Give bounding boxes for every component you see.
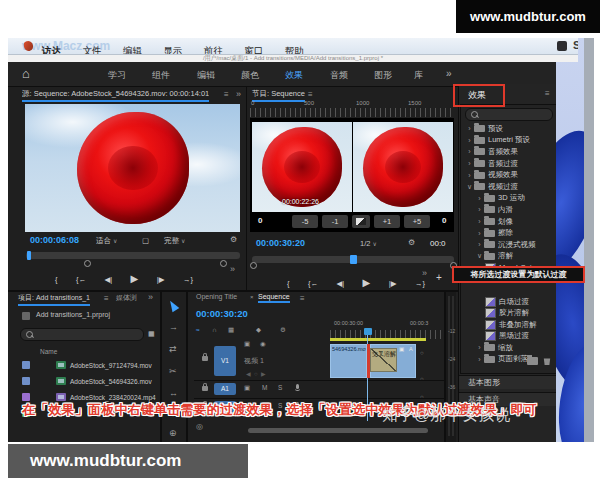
- label-chip[interactable]: [22, 377, 30, 385]
- razor-tool-icon[interactable]: ✂: [169, 366, 177, 376]
- step-forward-button[interactable]: |▶: [389, 279, 397, 288]
- program-scrubber[interactable]: [252, 256, 454, 263]
- twirl-icon[interactable]: ∨: [475, 252, 484, 260]
- workspace-overflow-icon[interactable]: »: [446, 68, 452, 79]
- program-transport-overflow-icon[interactable]: »: [422, 268, 427, 278]
- out-point-handle[interactable]: [220, 260, 227, 267]
- menu-file[interactable]: 文件: [82, 45, 101, 55]
- program-playhead[interactable]: [350, 255, 357, 264]
- effects-tree-item-wipe[interactable]: ›擦除: [461, 227, 556, 239]
- effects-menu-icon[interactable]: ≡: [545, 89, 550, 98]
- apply-transition-button[interactable]: [352, 215, 370, 228]
- lock-icon[interactable]: [202, 386, 208, 391]
- menu-window[interactable]: 窗口: [244, 45, 263, 55]
- workspace-tab-learning[interactable]: 学习: [108, 69, 126, 82]
- menubar-status-icon[interactable]: [557, 41, 567, 51]
- effects-search-input[interactable]: [465, 108, 553, 121]
- column-header-name[interactable]: Name: [40, 348, 57, 355]
- proxy-toggle-icon[interactable]: ▢: [142, 236, 149, 245]
- linked-selection-icon[interactable]: ▦: [228, 326, 234, 334]
- trim-back-5-button[interactable]: -5: [292, 215, 318, 228]
- timeline-clip-outgoing[interactable]: 54694326.mov: [330, 344, 367, 378]
- a1-track-badge[interactable]: A1: [214, 383, 236, 395]
- close-icon[interactable]: ×: [250, 294, 254, 300]
- workspace-tab-assembly[interactable]: 组件: [152, 69, 170, 82]
- source-overflow-icon[interactable]: »: [236, 89, 241, 99]
- timeline-playhead-head[interactable]: [364, 328, 372, 335]
- twirl-icon[interactable]: ›: [465, 137, 474, 144]
- new-bin-icon[interactable]: [527, 357, 538, 365]
- effects-tree-item-dissolve[interactable]: ∨溶解: [461, 251, 556, 263]
- twirl-icon[interactable]: ∨: [465, 183, 474, 191]
- effects-tree-item-audio-transitions[interactable]: ›音频过渡: [461, 158, 556, 170]
- twirl-icon[interactable]: ›: [465, 160, 474, 167]
- source-monitor-tab[interactable]: 源: Sequence: AdobeStock_54694326.mov: 00…: [22, 89, 209, 102]
- zoom-out-icon[interactable]: ◎: [196, 422, 203, 431]
- go-to-out-button[interactable]: →}: [415, 279, 425, 288]
- effects-tree-item-presets[interactable]: ›预设: [461, 123, 556, 135]
- twirl-icon[interactable]: ›: [475, 206, 484, 213]
- magnet-icon[interactable]: ∩: [212, 326, 217, 333]
- slip-tool-icon[interactable]: ↔: [169, 388, 178, 398]
- effects-tree-item-film-dissolve[interactable]: 胶片溶解: [461, 307, 556, 319]
- workspace-tab-audio[interactable]: 音频: [330, 69, 348, 82]
- keyframe-nav-icons[interactable]: ◀ ○ ▶: [246, 370, 266, 377]
- workspace-tab-graphics[interactable]: 图形: [374, 69, 392, 82]
- mark-in-button[interactable]: {: [55, 275, 58, 284]
- timeline-tab-menu-icon[interactable]: ≡: [300, 294, 305, 303]
- panel-divider[interactable]: [160, 292, 162, 442]
- in-point-handle[interactable]: [84, 260, 91, 267]
- step-back-button[interactable]: ◀|: [336, 279, 344, 288]
- source-resolution-dropdown[interactable]: 完整 ∨: [164, 236, 186, 246]
- selection-tool[interactable]: [167, 299, 180, 313]
- effects-tree-item-dip-to-white[interactable]: 白场过渡: [461, 296, 556, 308]
- source-transport-overflow-icon[interactable]: »: [230, 264, 235, 274]
- source-fit-dropdown[interactable]: 适合 ∨: [96, 236, 118, 246]
- effects-tree-item-dip-to-black[interactable]: 黑场过渡: [461, 331, 556, 343]
- effects-tree-item-lumetri[interactable]: ›Lumetri 预设: [461, 135, 556, 147]
- project-panel-tab[interactable]: 项目: Add transitions_1: [18, 293, 90, 306]
- track-output-dot[interactable]: ○: [420, 394, 424, 400]
- hand-tool-icon[interactable]: ⊕: [169, 428, 177, 438]
- media-browser-tab[interactable]: 媒体浏: [116, 293, 137, 303]
- camera-icon[interactable]: ▣: [244, 384, 250, 392]
- twirl-icon[interactable]: ›: [465, 125, 474, 132]
- track-output-dot[interactable]: ○: [420, 376, 424, 382]
- twirl-icon[interactable]: ›: [465, 172, 474, 179]
- twirl-icon[interactable]: ›: [475, 344, 484, 351]
- label-chip[interactable]: [22, 361, 30, 369]
- mic-icon[interactable]: [296, 384, 299, 389]
- workspace-tab-effects[interactable]: 效果: [285, 69, 303, 82]
- go-to-in-button[interactable]: {←: [308, 279, 318, 288]
- effects-tree-item-slide[interactable]: ›内滑: [461, 204, 556, 216]
- track-output-dot[interactable]: ○: [420, 350, 424, 356]
- trim-back-1-button[interactable]: -1: [322, 215, 348, 228]
- twirl-icon[interactable]: ›: [475, 230, 484, 237]
- trim-fwd-5-button[interactable]: +5: [404, 215, 430, 228]
- workspace-tab-editing[interactable]: 编辑: [197, 69, 215, 82]
- go-to-out-button[interactable]: →}: [183, 275, 193, 284]
- twirl-icon[interactable]: ›: [475, 195, 484, 202]
- essential-graphics-panel-bar[interactable]: 基本图形: [459, 375, 556, 389]
- program-tab-menu-icon[interactable]: ≡: [308, 90, 313, 99]
- timeline-settings-icon[interactable]: ⚙: [280, 326, 286, 334]
- project-row[interactable]: AdobeStock_97124794.mov: [16, 358, 160, 373]
- home-icon[interactable]: ⌂: [22, 66, 30, 81]
- mute-button[interactable]: M: [262, 384, 267, 391]
- timeline-tab-sequence[interactable]: Sequence: [258, 293, 290, 303]
- v1-track-badge[interactable]: V1: [214, 346, 236, 376]
- twirl-icon[interactable]: ›: [465, 148, 474, 155]
- effects-tree-item-non-additive[interactable]: 非叠加溶解: [461, 319, 556, 331]
- workspace-tab-color[interactable]: 颜色: [241, 69, 259, 82]
- effects-tree-item-video-effects[interactable]: ›视频效果: [461, 169, 556, 181]
- trim-fwd-1-button[interactable]: +1: [374, 215, 400, 228]
- work-area-bar[interactable]: [330, 338, 426, 341]
- project-row[interactable]: AdobeStock_54694326.mov: [16, 374, 160, 389]
- menu-go[interactable]: 前往: [204, 45, 223, 55]
- menu-edit[interactable]: 编辑: [123, 45, 142, 55]
- program-monitor-tab[interactable]: 节目: Sequence: [252, 89, 305, 102]
- lock-icon[interactable]: [202, 356, 208, 361]
- source-settings-icon[interactable]: ⚙: [230, 235, 237, 244]
- context-menu-set-default-transition[interactable]: 将所选过渡设置为默认过渡: [452, 266, 585, 283]
- menu-help[interactable]: 帮助: [285, 45, 304, 55]
